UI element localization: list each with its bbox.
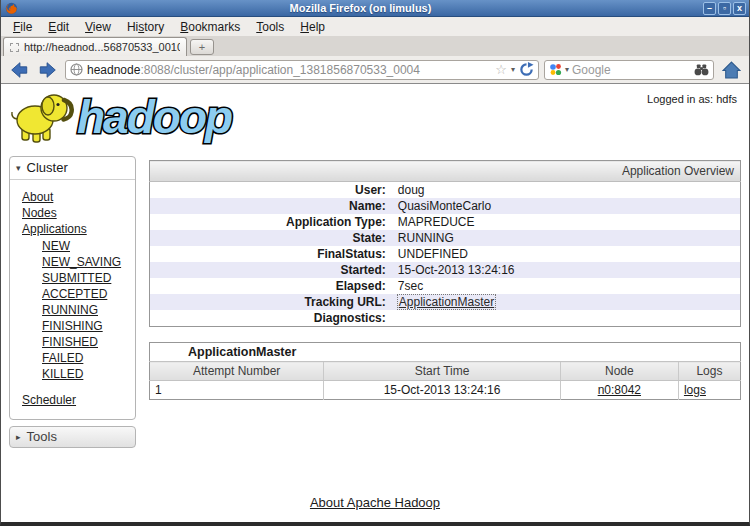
tracking-url-link[interactable]: ApplicationMaster — [398, 295, 495, 309]
url-text[interactable]: headnode:8088/cluster/app/application_13… — [87, 63, 491, 77]
application-overview-table: Application Overview User:doug Name:Quas… — [149, 160, 741, 327]
table-row: 1 15-Oct-2013 13:24:16 n0:8042 logs — [150, 381, 741, 400]
menu-edit[interactable]: Edit — [40, 19, 77, 35]
application-state-links: NEW NEW_SAVING SUBMITTED ACCEPTED RUNNIN… — [42, 239, 131, 381]
tools-panel-header[interactable]: ▸ Tools — [9, 426, 136, 448]
search-input[interactable]: Google — [572, 63, 691, 77]
new-tab-button[interactable]: + — [190, 39, 214, 55]
menu-label-part: Hi — [127, 20, 138, 34]
overview-value: doug — [392, 182, 741, 199]
home-button[interactable] — [719, 59, 743, 81]
menu-label-part: dit — [56, 20, 69, 34]
overview-value: QuasiMonteCarlo — [392, 198, 741, 214]
url-dropdown-icon[interactable]: ▾ — [511, 65, 515, 74]
back-arrow-icon — [9, 60, 29, 80]
table-row: Application Type:MAPREDUCE — [150, 214, 741, 230]
menu-label-part: ools — [262, 20, 284, 34]
favicon-placeholder-icon — [10, 43, 19, 52]
spacer — [149, 327, 741, 342]
overview-label: State: — [150, 230, 392, 246]
cluster-panel-header[interactable]: ▾ Cluster — [10, 157, 135, 180]
menu-file[interactable]: File — [5, 19, 40, 35]
sidebar-item-scheduler[interactable]: Scheduler — [22, 393, 131, 407]
column-header-logs[interactable]: Logs — [678, 362, 740, 381]
search-box[interactable]: ▾ Google — [544, 60, 714, 80]
maximize-button[interactable]: ▫ — [718, 2, 731, 15]
overview-value — [392, 310, 741, 327]
menu-history[interactable]: History — [119, 19, 172, 35]
binoculars-search-icon[interactable] — [694, 64, 709, 76]
window-title: Mozilla Firefox (on limulus) — [18, 2, 703, 14]
close-button[interactable]: x — [733, 2, 746, 15]
column-header-node[interactable]: Node — [560, 362, 678, 381]
menu-view[interactable]: View — [77, 19, 119, 35]
tab-active[interactable]: http://headnod...56870533_0010 — [3, 37, 187, 56]
tab-title: http://headnod...56870533_0010 — [24, 41, 180, 53]
table-row: State:RUNNING — [150, 230, 741, 246]
overview-value: 7sec — [392, 278, 741, 294]
table-row: Started:15-Oct-2013 13:24:16 — [150, 262, 741, 278]
overview-label: Elapsed: — [150, 278, 392, 294]
forward-arrow-icon — [38, 60, 58, 80]
overview-label: Application Type: — [150, 214, 392, 230]
sidebar-item-new-saving[interactable]: NEW_SAVING — [42, 255, 131, 269]
url-bar[interactable]: headnode:8088/cluster/app/application_13… — [65, 60, 539, 80]
window-controls: – ▫ x — [703, 2, 746, 15]
firefox-icon — [5, 2, 18, 15]
menu-help[interactable]: Help — [292, 19, 333, 35]
cluster-panel: ▾ Cluster About Nodes Applications NEW N… — [9, 156, 136, 420]
hadoop-logo: hadoop — [9, 87, 253, 145]
menu-tools[interactable]: Tools — [248, 19, 292, 35]
table-row: Diagnostics: — [150, 310, 741, 327]
tab-bar: http://headnod...56870533_0010 + — [1, 36, 749, 56]
cluster-links: About Nodes Applications NEW NEW_SAVING … — [10, 180, 135, 419]
logs-link[interactable]: logs — [684, 383, 706, 397]
overview-value: MAPREDUCE — [392, 214, 741, 230]
forward-button[interactable] — [36, 59, 60, 81]
column-header-start-time[interactable]: Start Time — [324, 362, 560, 381]
sidebar-item-killed[interactable]: KILLED — [42, 367, 131, 381]
reload-icon[interactable] — [519, 62, 534, 77]
chevron-right-icon: ▸ — [16, 432, 21, 442]
sidebar-item-accepted[interactable]: ACCEPTED — [42, 287, 131, 301]
tools-header-label: Tools — [27, 429, 57, 444]
hadoop-wordmark: hadoop — [75, 91, 253, 145]
page-body: ▾ Cluster About Nodes Applications NEW N… — [1, 150, 749, 448]
overview-label: Tracking URL: — [150, 294, 392, 310]
sidebar-item-new[interactable]: NEW — [42, 239, 131, 253]
sidebar-item-submitted[interactable]: SUBMITTED — [42, 271, 131, 285]
column-header-attempt-number[interactable]: Attempt Number — [150, 362, 324, 381]
overview-label: Diagnostics: — [150, 310, 392, 327]
overview-table-header: Application Overview — [150, 161, 741, 182]
overview-label: Started: — [150, 262, 392, 278]
attempts-table-header-row: Attempt Number Start Time Node Logs — [150, 362, 741, 381]
sidebar-item-running[interactable]: RUNNING — [42, 303, 131, 317]
navigation-toolbar: headnode:8088/cluster/app/application_13… — [1, 56, 749, 84]
sidebar-item-applications[interactable]: Applications — [22, 222, 131, 236]
page-footer: About Apache Hadoop — [1, 495, 749, 510]
page-header: hadoop Logged in as: hdfs — [1, 84, 749, 150]
overview-value: 15-Oct-2013 13:24:16 — [392, 262, 741, 278]
chevron-down-icon: ▾ — [16, 163, 21, 173]
about-apache-hadoop-link[interactable]: About Apache Hadoop — [310, 495, 440, 510]
sidebar-item-finishing[interactable]: FINISHING — [42, 319, 131, 333]
sidebar-item-about[interactable]: About — [22, 190, 131, 204]
sidebar-item-finished[interactable]: FINISHED — [42, 335, 131, 349]
sidebar-item-failed[interactable]: FAILED — [42, 351, 131, 365]
application-master-table: ApplicationMaster Attempt Number Start T… — [149, 342, 741, 400]
overview-value: UNDEFINED — [392, 246, 741, 262]
menu-label-mnemonic: H — [300, 20, 309, 34]
attempt-number-cell: 1 — [150, 381, 324, 400]
bookmark-star-icon[interactable]: ☆ — [495, 64, 507, 76]
node-link[interactable]: n0:8042 — [598, 383, 641, 397]
menu-bookmarks[interactable]: Bookmarks — [172, 19, 248, 35]
sidebar-item-nodes[interactable]: Nodes — [22, 206, 131, 220]
google-logo-icon[interactable] — [549, 63, 562, 76]
logs-cell: logs — [678, 381, 740, 400]
sidebar-nav: ▾ Cluster About Nodes Applications NEW N… — [9, 156, 136, 448]
overview-label: User: — [150, 182, 392, 199]
minimize-button[interactable]: – — [703, 2, 716, 15]
site-globe-icon — [70, 63, 83, 76]
search-engine-dropdown-icon[interactable]: ▾ — [565, 65, 569, 74]
back-button[interactable] — [7, 59, 31, 81]
